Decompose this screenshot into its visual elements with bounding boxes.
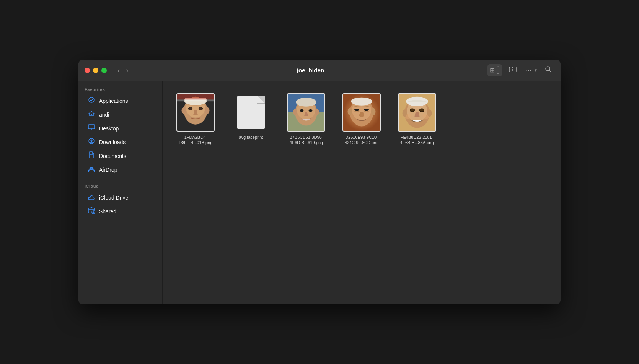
andi-label: andi bbox=[99, 112, 109, 118]
file-thumbnail bbox=[342, 93, 381, 132]
shared-icon bbox=[88, 207, 95, 216]
face-image-3 bbox=[288, 94, 324, 131]
svg-point-37 bbox=[348, 108, 352, 115]
svg-point-46 bbox=[410, 109, 414, 112]
svg-point-47 bbox=[420, 109, 424, 112]
view-controls[interactable]: ⊞ ⌃⌄ bbox=[487, 64, 502, 76]
content-area: Favorites Applications andi bbox=[78, 81, 561, 304]
downloads-label: Downloads bbox=[99, 139, 126, 145]
svg-point-2 bbox=[89, 97, 94, 102]
search-icon bbox=[544, 65, 552, 73]
file-item[interactable]: FE4B8C22-2181-4E6B-B...86A.png bbox=[393, 90, 441, 149]
svg-point-1 bbox=[546, 67, 550, 71]
face-image-5 bbox=[399, 94, 435, 131]
sidebar-item-shared[interactable]: Shared bbox=[82, 205, 159, 218]
sidebar-item-andi[interactable]: andi bbox=[82, 108, 159, 121]
file-name: 1FDA2BC4-D8FE-4...01B.png bbox=[179, 135, 212, 146]
grid-view-icon: ⊞ bbox=[490, 67, 495, 74]
documents-icon bbox=[88, 151, 95, 160]
svg-point-15 bbox=[182, 107, 186, 114]
sidebar: Favorites Applications andi bbox=[78, 81, 163, 304]
sidebar-item-documents[interactable]: Documents bbox=[82, 149, 159, 162]
downloads-icon bbox=[88, 138, 95, 146]
close-button[interactable] bbox=[85, 68, 90, 73]
sidebar-item-icloud-drive[interactable]: iCloud Drive bbox=[82, 191, 159, 204]
svg-point-26 bbox=[300, 109, 304, 112]
new-folder-icon bbox=[509, 65, 517, 73]
sidebar-item-desktop[interactable]: Desktop bbox=[82, 122, 159, 135]
forward-button[interactable]: › bbox=[124, 65, 130, 75]
airdrop-icon bbox=[88, 165, 95, 174]
svg-point-13 bbox=[189, 107, 192, 110]
documents-label: Documents bbox=[99, 153, 126, 159]
svg-point-51 bbox=[427, 109, 432, 117]
search-button[interactable] bbox=[542, 64, 554, 76]
svg-point-14 bbox=[199, 107, 203, 110]
minimize-button[interactable] bbox=[93, 68, 98, 73]
view-chevron-icon: ⌃⌄ bbox=[496, 65, 500, 75]
icloud-drive-label: iCloud Drive bbox=[99, 195, 128, 201]
file-thumbnail bbox=[176, 93, 215, 132]
sidebar-item-downloads[interactable]: Downloads bbox=[82, 135, 159, 149]
shared-label: Shared bbox=[99, 208, 116, 214]
file-browser: 1FDA2BC4-D8FE-4...01B.png avg.faceprint bbox=[163, 81, 561, 304]
file-name: avg.faceprint bbox=[239, 135, 263, 140]
file-item[interactable]: B7B5CB51-3D96-4E6D-B...619.png bbox=[282, 90, 330, 149]
file-item[interactable]: avg.faceprint bbox=[227, 90, 275, 149]
more-options-button[interactable]: ··· ▼ bbox=[523, 65, 538, 76]
svg-point-16 bbox=[205, 107, 210, 114]
file-item[interactable]: 1FDA2BC4-D8FE-4...01B.png bbox=[172, 90, 220, 149]
svg-point-38 bbox=[371, 108, 376, 115]
file-thumbnail bbox=[398, 93, 436, 132]
back-button[interactable]: ‹ bbox=[115, 65, 122, 75]
generic-file-icon bbox=[237, 96, 265, 129]
new-folder-button[interactable] bbox=[507, 64, 519, 76]
svg-point-50 bbox=[402, 109, 407, 117]
sidebar-item-applications[interactable]: Applications bbox=[82, 94, 159, 107]
applications-icon bbox=[88, 96, 95, 105]
favorites-label: Favorites bbox=[78, 87, 162, 92]
file-item[interactable]: D2516E93-9C10-424C-9...8CD.png bbox=[338, 90, 386, 149]
icloud-drive-icon bbox=[88, 193, 95, 202]
icloud-label: iCloud bbox=[78, 184, 162, 188]
traffic-lights bbox=[85, 68, 107, 73]
svg-point-28 bbox=[293, 109, 297, 115]
toolbar: ‹ › joe_biden ⊞ ⌃⌄ ··· ▼ bbox=[78, 60, 561, 81]
svg-point-29 bbox=[315, 109, 319, 115]
svg-point-36 bbox=[364, 109, 369, 111]
maximize-button[interactable] bbox=[101, 68, 107, 73]
svg-rect-3 bbox=[88, 125, 95, 129]
svg-point-35 bbox=[354, 109, 359, 111]
face-image-4 bbox=[343, 94, 380, 131]
face-image-1 bbox=[177, 94, 214, 131]
file-name: D2516E93-9C10-424C-9...8CD.png bbox=[345, 135, 379, 146]
sidebar-item-airdrop[interactable]: AirDrop bbox=[82, 163, 159, 176]
desktop-icon bbox=[88, 124, 95, 133]
svg-point-30 bbox=[296, 98, 317, 107]
airdrop-label: AirDrop bbox=[99, 167, 117, 173]
nav-buttons: ‹ › bbox=[115, 65, 130, 75]
toolbar-actions: ⊞ ⌃⌄ ··· ▼ bbox=[487, 64, 554, 76]
svg-point-27 bbox=[309, 109, 313, 112]
svg-rect-20 bbox=[177, 99, 214, 101]
more-chevron-icon: ▼ bbox=[534, 68, 538, 72]
file-name: FE4B8C22-2181-4E6B-B...86A.png bbox=[400, 135, 434, 146]
applications-label: Applications bbox=[99, 98, 128, 104]
file-name: B7B5CB51-3D96-4E6D-B...619.png bbox=[289, 135, 323, 146]
svg-point-39 bbox=[351, 98, 372, 106]
file-thumbnail bbox=[287, 93, 325, 132]
finder-window: ‹ › joe_biden ⊞ ⌃⌄ ··· ▼ bbox=[78, 60, 561, 304]
window-title: joe_biden bbox=[137, 67, 484, 73]
desktop-label: Desktop bbox=[99, 125, 119, 132]
file-thumbnail bbox=[232, 93, 270, 132]
ellipsis-icon[interactable]: ··· bbox=[523, 65, 534, 76]
home-icon bbox=[88, 110, 95, 119]
svg-rect-19 bbox=[177, 94, 214, 99]
